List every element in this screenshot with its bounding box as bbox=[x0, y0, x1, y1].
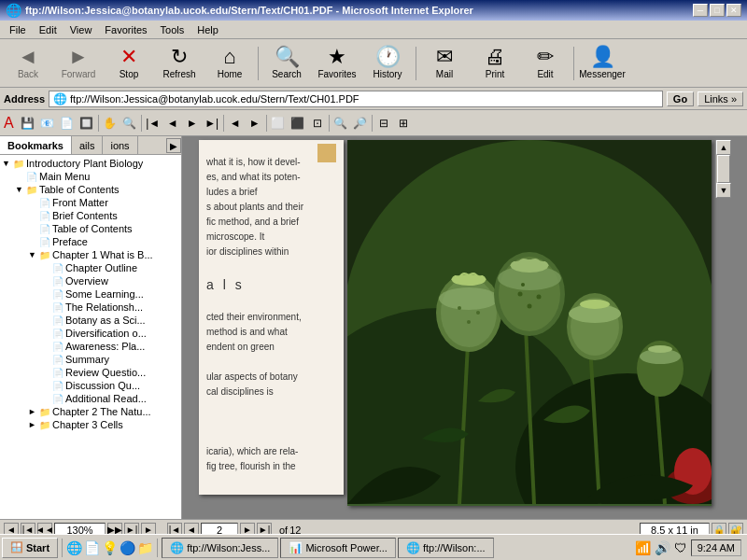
tree-some-learning[interactable]: 📄 Some Learning... bbox=[2, 287, 179, 301]
menu-view[interactable]: View bbox=[64, 23, 98, 36]
tree-ch1-outline[interactable]: 📄 Chapter Outline bbox=[2, 261, 179, 274]
tree-front-matter[interactable]: 📄 Front Matter bbox=[2, 196, 179, 209]
tree-brief-contents[interactable]: 📄 Brief Contents bbox=[2, 209, 179, 222]
tree-botany-sci[interactable]: 📄 Botany as a Sci... bbox=[2, 314, 179, 327]
menu-help[interactable]: Help bbox=[191, 23, 224, 36]
tree-overview[interactable]: 📄 Overview bbox=[2, 274, 179, 287]
pdf-fit-width[interactable]: ⬛ bbox=[289, 114, 307, 133]
pdf-zoom-in[interactable]: 🔍 bbox=[120, 114, 139, 133]
tray-network-icon: 📶 bbox=[635, 540, 651, 555]
taskbar-tray: 📶 🔊 🛡 9:24 AM bbox=[635, 539, 745, 556]
pdf-page-btn[interactable]: 📄 bbox=[58, 114, 77, 133]
main-content: Bookmarks ails ions ▶ ▼ 📁 Introductory P… bbox=[0, 136, 747, 519]
tree-diversification[interactable]: 📄 Diversification o... bbox=[2, 327, 179, 340]
pdf-prev-page[interactable]: ◄ bbox=[163, 114, 182, 133]
close-button[interactable]: ✕ bbox=[726, 4, 741, 17]
pdf-thumbnail-btn[interactable]: 🔲 bbox=[78, 114, 96, 133]
toolbar-separator-2 bbox=[416, 47, 416, 80]
pdf-line-8: a l s bbox=[206, 277, 245, 292]
page-icon-disc: 📄 bbox=[52, 381, 65, 391]
menu-file[interactable]: File bbox=[4, 23, 32, 36]
scroll-down-button[interactable]: ▼ bbox=[716, 183, 731, 198]
pdf-line-10: method is and what bbox=[206, 327, 288, 337]
pdf-last-page[interactable]: ►| bbox=[203, 114, 221, 133]
links-button[interactable]: Links » bbox=[698, 91, 743, 106]
address-url-icon: 🌐 bbox=[53, 92, 67, 105]
page-icon-aw: 📄 bbox=[52, 342, 65, 352]
pdf-line-12: ular aspects of botany bbox=[206, 371, 298, 382]
print-button[interactable]: 🖨 Print bbox=[471, 42, 519, 85]
pdf-line-15: fig tree, flourish in the bbox=[206, 461, 296, 471]
pdf-line-13: cal disciplines is bbox=[206, 386, 274, 397]
favorites-button[interactable]: ★ Favorites bbox=[313, 42, 361, 85]
tree-ch3[interactable]: ► 📁 Chapter 3 Cells bbox=[2, 418, 179, 431]
mail-button[interactable]: ✉ Mail bbox=[420, 42, 469, 85]
messenger-button[interactable]: 👤 Messenger bbox=[578, 42, 627, 85]
tree-ch2[interactable]: ► 📁 Chapter 2 The Natu... bbox=[2, 405, 179, 418]
pdf-save-button[interactable]: 💾 bbox=[19, 114, 37, 133]
tree-toc[interactable]: ▼ 📁 Table of Contents bbox=[2, 183, 179, 196]
edit-button[interactable]: ✏ Edit bbox=[521, 42, 570, 85]
tree-awareness[interactable]: 📄 Awareness: Pla... bbox=[2, 340, 179, 353]
page-icon-outline: 📄 bbox=[52, 263, 65, 273]
tree-main-menu[interactable]: 📄 Main Menu bbox=[2, 170, 179, 183]
tree-additional[interactable]: 📄 Additional Read... bbox=[2, 392, 179, 405]
forward-button[interactable]: ► Forward bbox=[54, 42, 103, 85]
start-button[interactable]: 🪟 Start bbox=[2, 538, 58, 558]
taskbar-icon-5: 📁 bbox=[137, 540, 153, 555]
back-button[interactable]: ◄ Back bbox=[4, 42, 52, 85]
ch1-expand-icon: ▼ bbox=[28, 250, 39, 259]
pdf-sep-5 bbox=[329, 115, 330, 132]
tree-preface[interactable]: 📄 Preface bbox=[2, 235, 179, 248]
refresh-button[interactable]: ↻ Refresh bbox=[155, 42, 204, 85]
home-button[interactable]: ⌂ Home bbox=[205, 42, 254, 85]
pdf-email-button[interactable]: 📧 bbox=[38, 114, 57, 133]
address-field[interactable] bbox=[70, 93, 658, 105]
stop-button[interactable]: ✕ Stop bbox=[105, 42, 153, 85]
pdf-fwd-btn[interactable]: ► bbox=[246, 114, 264, 133]
refresh-icon: ↻ bbox=[171, 47, 188, 67]
taskbar-item-powerpoint[interactable]: 📊 Microsoft Power... bbox=[280, 538, 395, 558]
tree-review[interactable]: 📄 Review Questio... bbox=[2, 366, 179, 379]
pdf-zoom-out-btn[interactable]: ⊟ bbox=[374, 114, 393, 133]
pdf-fit-page[interactable]: ⬜ bbox=[269, 114, 288, 133]
window-title: ftp://Wilson:Jessica@botanylab.ucok.edu/… bbox=[25, 5, 473, 16]
scroll-track bbox=[716, 155, 730, 183]
minimize-button[interactable]: ─ bbox=[693, 4, 708, 17]
pdf-find-next[interactable]: 🔎 bbox=[351, 114, 370, 133]
pdf-next-page[interactable]: ► bbox=[183, 114, 202, 133]
tree-relationship[interactable]: 📄 The Relationsh... bbox=[2, 301, 179, 314]
tab-bookmarks[interactable]: Bookmarks bbox=[0, 136, 72, 154]
tab-thumbnails[interactable]: ails bbox=[72, 136, 104, 154]
menu-favorites[interactable]: Favorites bbox=[99, 23, 152, 36]
pdf-line-6: microscope. It bbox=[206, 231, 264, 242]
scroll-up-button[interactable]: ▲ bbox=[716, 140, 731, 155]
taskbar-item-ftp2[interactable]: 🌐 ftp://Wilson:... bbox=[398, 538, 494, 558]
sidebar-collapse-btn[interactable]: ▶ bbox=[166, 138, 181, 153]
pdf-first-page[interactable]: |◄ bbox=[144, 114, 162, 133]
tree-toc2[interactable]: 📄 Table of Contents bbox=[2, 222, 179, 235]
back-label: Back bbox=[18, 69, 38, 79]
pdf-zoom-in-btn[interactable]: ⊞ bbox=[394, 114, 413, 133]
pdf-hand-tool[interactable]: ✋ bbox=[101, 114, 120, 133]
pdf-find[interactable]: 🔍 bbox=[331, 114, 350, 133]
history-button[interactable]: 🕐 History bbox=[363, 42, 412, 85]
tree-root[interactable]: ▼ 📁 Introductory Plant Biology bbox=[2, 157, 179, 170]
menu-tools[interactable]: Tools bbox=[155, 23, 190, 36]
go-button[interactable]: Go bbox=[667, 91, 694, 106]
edit-label: Edit bbox=[537, 69, 553, 79]
taskbar-icon-3: 💡 bbox=[102, 540, 118, 555]
scroll-thumb[interactable] bbox=[717, 155, 730, 183]
pdf-back-btn[interactable]: ◄ bbox=[226, 114, 245, 133]
tab-options[interactable]: ions bbox=[103, 136, 137, 154]
tree-ch1[interactable]: ▼ 📁 Chapter 1 What is B... bbox=[2, 248, 179, 261]
toc-expand-icon: ▼ bbox=[15, 185, 26, 194]
taskbar-item-ftp[interactable]: 🌐 ftp://Wilson:Jess... bbox=[162, 538, 278, 558]
search-button[interactable]: 🔍 Search bbox=[262, 42, 311, 85]
menu-edit[interactable]: Edit bbox=[34, 23, 63, 36]
tree-summary[interactable]: 📄 Summary bbox=[2, 353, 179, 366]
maximize-button[interactable]: □ bbox=[710, 4, 725, 17]
pdf-actual-size[interactable]: ⊡ bbox=[308, 114, 327, 133]
page-icon-ov: 📄 bbox=[52, 276, 65, 287]
tree-discussion[interactable]: 📄 Discussion Qu... bbox=[2, 379, 179, 392]
